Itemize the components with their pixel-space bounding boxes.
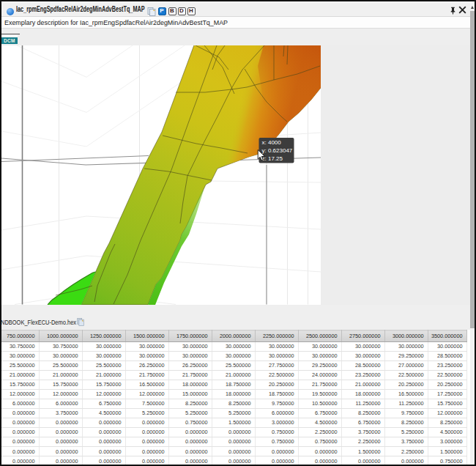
svg-text:y: 0.623047: y: 0.623047 [262, 147, 293, 154]
svg-text:x: 4000: x: 4000 [262, 139, 282, 146]
